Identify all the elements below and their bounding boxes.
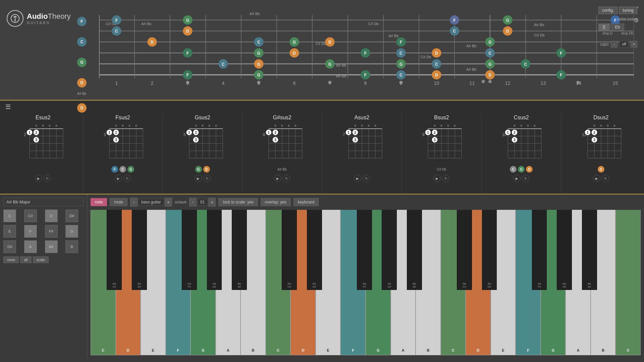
scale-btn-scale[interactable]: scale — [33, 256, 49, 263]
svg-text:x: x — [354, 123, 356, 127]
note-square-D[interactable]: D — [45, 209, 58, 222]
svg-text:x: x — [434, 123, 436, 127]
chord-loop-0[interactable]: ↻ — [44, 175, 51, 182]
chord-loop-3[interactable]: ↻ — [283, 175, 290, 182]
note-square-D#[interactable]: D# — [65, 209, 78, 222]
chord-play-1[interactable]: ▶ — [115, 175, 122, 182]
note-button[interactable]: note — [91, 198, 107, 206]
svg-text:x: x — [122, 123, 124, 127]
note-label-A#: A# — [49, 245, 53, 249]
svg-text:3: 3 — [36, 138, 38, 142]
key-label-C-21: C — [627, 348, 630, 352]
svg-text:C: C — [257, 40, 260, 45]
svg-text:D: D — [489, 73, 492, 77]
instrument-plus-button[interactable]: + — [165, 198, 172, 206]
svg-text:x: x — [56, 123, 58, 127]
svg-text:x: x — [215, 123, 217, 127]
chord-footer-7: D — [598, 165, 604, 173]
svg-text:5: 5 — [258, 80, 260, 86]
svg-text:G: G — [399, 62, 402, 67]
black-key-D#-oct2[interactable]: Eb D# — [482, 210, 497, 290]
svg-text:G: G — [186, 18, 189, 23]
logo-main-text: AudioTheory — [27, 12, 71, 21]
keyboard-container: CDEFGABCDEFGABCDEFGABCDb C#Eb D#Gb F#Ab … — [91, 210, 641, 355]
note-square-F#[interactable]: F# — [45, 225, 58, 238]
chord-loop-7[interactable]: ↻ — [602, 175, 609, 182]
tuning-Eb[interactable]: Eb — [610, 23, 624, 31]
svg-text:2: 2 — [354, 131, 356, 134]
chord-loop-6[interactable]: ↻ — [522, 175, 529, 182]
black-key-A#-oct2[interactable]: Bb A# — [582, 210, 597, 290]
note-square-A#[interactable]: A# — [45, 240, 58, 253]
chord-play-3[interactable]: ▶ — [274, 175, 281, 182]
black-key-D#-oct0[interactable]: Eb D# — [132, 210, 147, 290]
scale-btn-none[interactable]: none — [3, 256, 19, 263]
key-label-F-10: F — [352, 348, 354, 352]
chord-diagram-4: 7xxxx123 — [340, 122, 384, 164]
note-square-G#[interactable]: G# — [3, 240, 16, 253]
chord-play-4[interactable]: ▶ — [354, 175, 361, 182]
mute-button[interactable]: mute — [110, 198, 127, 206]
black-key-G#-oct0[interactable]: Ab G# — [207, 210, 222, 290]
note-square-A[interactable]: A — [24, 240, 37, 253]
black-key-A#-oct0[interactable]: Bb A# — [232, 210, 247, 290]
chord-play-7[interactable]: ▶ — [593, 175, 600, 182]
chord-loop-5[interactable]: ↻ — [442, 175, 449, 182]
chord-play-5[interactable]: ▶ — [433, 175, 441, 182]
svg-text:x: x — [135, 123, 137, 127]
white-key-C-21[interactable]: C — [615, 210, 641, 355]
chord-loop-4[interactable]: ↻ — [363, 175, 370, 182]
svg-text:D: D — [293, 51, 296, 56]
capo-value: off — [620, 41, 629, 48]
note-label-C#: C# — [28, 214, 33, 218]
overlay-button[interactable]: overlay: yes — [261, 198, 291, 206]
chord-card-3: G#sus26xxxx123A# Bb▶↻ — [243, 113, 322, 194]
tuning-button[interactable]: tuning — [619, 7, 637, 14]
octave-plus-button[interactable]: + — [208, 198, 216, 206]
note-square-E[interactable]: E — [3, 225, 16, 238]
svg-text:1: 1 — [268, 131, 270, 134]
config-button[interactable]: config. — [598, 7, 618, 14]
capo-label: capo — [600, 42, 609, 47]
capo-plus-button[interactable]: + — [631, 41, 637, 48]
capo-minus-button[interactable]: - — [611, 41, 618, 48]
black-key-F#-oct2[interactable]: Gb F# — [532, 210, 547, 290]
chord-play-6[interactable]: ▶ — [513, 175, 521, 182]
svg-text:2: 2 — [36, 131, 38, 134]
note-square-F[interactable]: F — [24, 225, 37, 238]
black-key-G#-oct2[interactable]: Ab G# — [557, 210, 572, 290]
lock-to-scale-button[interactable]: lock to scale: yes — [218, 198, 258, 206]
chord-loop-1[interactable]: ↻ — [123, 175, 131, 182]
black-key-F#-oct0[interactable]: Gb F# — [182, 210, 197, 290]
instrument-minus-button[interactable]: - — [130, 198, 138, 206]
black-key-F#-oct1[interactable]: Gb F# — [357, 210, 372, 290]
tuning-E[interactable]: E — [598, 23, 610, 31]
chord-loop-2[interactable]: ↻ — [203, 175, 211, 182]
fretboard-section: AudioTheory GUITARS ⤢ ⚙ — [0, 0, 644, 101]
black-key-D#-oct1[interactable]: Eb D# — [307, 210, 322, 290]
chord-diagram-2: 5xxxx123 — [181, 122, 224, 164]
chord-play-2[interactable]: ▶ — [195, 175, 202, 182]
note-square-C[interactable]: C — [3, 209, 16, 222]
key-label-G-11: G — [377, 348, 380, 352]
octave-minus-button[interactable]: - — [189, 198, 197, 206]
chord-footer-2: GD — [195, 165, 210, 173]
black-key-A#-oct1[interactable]: Bb A# — [407, 210, 422, 290]
note-square-G[interactable]: G — [65, 225, 78, 238]
black-key-C#-oct1[interactable]: Db C# — [282, 210, 297, 290]
scale-btn-all[interactable]: all — [20, 256, 31, 263]
svg-text:x: x — [274, 123, 276, 127]
hamburger-icon[interactable]: ☰ — [5, 103, 11, 111]
right-panel: config. tuning guitar tuning E Eb drop D… — [598, 7, 637, 48]
key-label-C-0: C — [102, 348, 104, 352]
black-key-C#-oct0[interactable]: Db C# — [107, 210, 122, 290]
svg-text:A# Bb: A# Bb — [250, 12, 260, 16]
black-key-C#-oct2[interactable]: Db C# — [457, 210, 472, 290]
note-square-C#[interactable]: C# — [24, 209, 37, 222]
chord-play-0[interactable]: ▶ — [35, 175, 42, 182]
black-key-G#-oct1[interactable]: Ab G# — [382, 210, 397, 290]
chord-diagram-0: 2xxxx123 — [21, 122, 65, 164]
keyboard-button[interactable]: keyboard — [293, 198, 319, 206]
svg-text:1: 1 — [29, 131, 31, 134]
note-square-B[interactable]: B — [65, 240, 78, 253]
